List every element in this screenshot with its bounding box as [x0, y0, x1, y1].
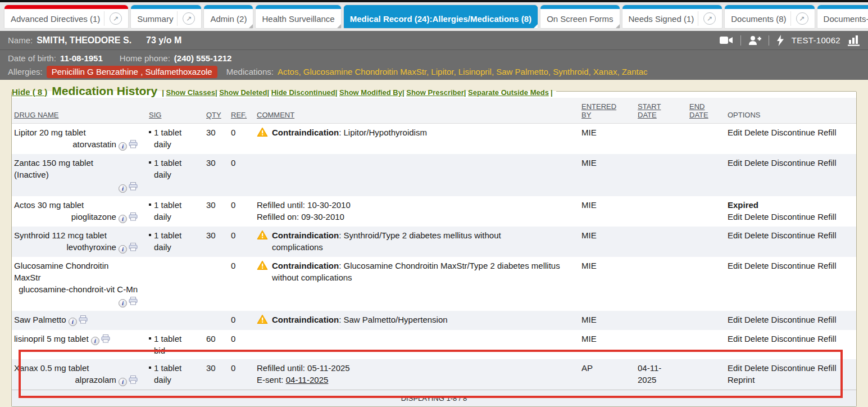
edit-link[interactable]: Edit [728, 230, 742, 240]
discontinue-link[interactable]: Discontinue [771, 334, 815, 343]
print-icon[interactable] [129, 296, 138, 308]
video-camera-icon[interactable] [720, 35, 733, 45]
info-icon[interactable] [91, 337, 99, 345]
tab-advanced-directives[interactable]: Advanced Directives (1) [4, 5, 128, 28]
medications-list[interactable]: Actos, Glucosamine Chondroitin MaxStr, L… [278, 67, 648, 76]
tab-color-strip [622, 5, 722, 9]
col-header-drug-name[interactable]: DRUG NAME [12, 98, 147, 124]
separate-outside-meds-link[interactable]: Separate Outside Meds [464, 88, 549, 97]
col-header-start-date[interactable]: START DATE [635, 98, 687, 124]
flowsheet-chart-icon[interactable] [848, 35, 860, 46]
drug-name: Glucosamine Chondroitin MaxStr [14, 260, 126, 283]
qty-value: 30 [204, 124, 229, 155]
patient-header: Name: SMITH, THEODORE S. 73 y/o M TEST-1… [0, 31, 868, 80]
delete-link[interactable]: Delete [744, 158, 769, 168]
print-icon[interactable] [129, 375, 138, 387]
ref-value: 0 [229, 359, 255, 390]
medication-table: DRUG NAME SIG QTY REF. COMMENT ENTERED B… [12, 98, 856, 406]
edit-link[interactable]: Edit [728, 363, 742, 373]
delete-link[interactable]: Delete [744, 261, 769, 270]
tab-health-surveillance[interactable]: Health Surveillance [256, 5, 340, 28]
col-header-qty[interactable]: QTY [204, 98, 229, 124]
discontinue-link[interactable]: Discontinue [771, 128, 815, 137]
delete-link[interactable]: Delete [744, 212, 769, 221]
edit-link[interactable]: Edit [728, 315, 742, 324]
tab-summary[interactable]: Summary [131, 5, 201, 28]
tab-color-strip [344, 5, 538, 9]
discontinue-link[interactable]: Discontinue [771, 212, 815, 221]
edit-link[interactable]: Edit [728, 261, 742, 270]
info-icon[interactable] [119, 184, 127, 193]
esent-label: E-sent: [257, 375, 284, 385]
hide-count-link[interactable]: Hide ( 8 ) [12, 87, 47, 97]
warning-label: Contraindication [272, 230, 339, 240]
show-classes-link[interactable]: Show Classes [162, 88, 215, 97]
col-header-entered-by[interactable]: ENTERED BY [579, 98, 635, 124]
discontinue-link[interactable]: Discontinue [771, 230, 815, 240]
discontinue-link[interactable]: Discontinue [771, 261, 815, 270]
refill-link[interactable]: Refill [817, 230, 836, 240]
edit-link[interactable]: Edit [728, 158, 742, 168]
refill-link[interactable]: Refill [817, 334, 836, 343]
print-icon[interactable] [101, 334, 110, 346]
allergies-badge[interactable]: Penicillin G Benzathine , Sulfamethoxazo… [47, 66, 217, 78]
col-header-comment[interactable]: COMMENT [255, 98, 579, 124]
delete-link[interactable]: Delete [744, 128, 769, 137]
external-link-icon[interactable] [110, 12, 122, 25]
col-header-end-date[interactable]: END DATE [687, 98, 725, 124]
info-icon[interactable] [119, 245, 127, 254]
refill-link[interactable]: Refill [817, 261, 836, 270]
tab-on-screen-forms[interactable]: On Screen Forms [540, 5, 619, 28]
delete-link[interactable]: Delete [744, 334, 769, 343]
info-icon[interactable] [119, 142, 127, 151]
generic-name: pioglitazone [71, 212, 116, 221]
info-icon[interactable] [119, 378, 127, 386]
tab-documents[interactable]: Documents (8) [725, 5, 814, 28]
esent-date-link[interactable]: 04-11-2025 [286, 375, 329, 385]
refill-link[interactable]: Refill [817, 212, 836, 221]
refill-link[interactable]: Refill [817, 158, 836, 168]
refill-link[interactable]: Refill [817, 363, 836, 373]
col-header-ref[interactable]: REF. [229, 98, 255, 124]
print-icon[interactable] [129, 242, 138, 254]
delete-link[interactable]: Delete [744, 315, 769, 324]
tab-medical-record-active[interactable]: Medical Record (24):Allergies/Medication… [344, 5, 538, 28]
show-prescriber-link[interactable]: Show Prescriber [402, 88, 464, 97]
reprint-link[interactable]: Reprint [728, 375, 755, 385]
generic-name: levothyroxine [66, 242, 116, 252]
print-icon[interactable] [79, 315, 88, 327]
show-modified-by-link[interactable]: Show Modified By [335, 88, 402, 97]
info-icon[interactable] [119, 299, 127, 307]
discontinue-link[interactable]: Discontinue [771, 158, 815, 168]
info-icon[interactable] [119, 215, 127, 223]
external-link-icon[interactable] [183, 12, 195, 25]
refill-link[interactable]: Refill [817, 315, 836, 324]
info-icon[interactable] [69, 318, 77, 326]
start-date: 04-11-2025 [638, 362, 670, 386]
discontinue-link[interactable]: Discontinue [771, 363, 815, 373]
show-deleted-link[interactable]: Show Deleted [215, 88, 267, 97]
add-person-icon[interactable] [748, 35, 761, 46]
external-link-icon[interactable] [703, 12, 716, 25]
lightning-bolt-icon[interactable] [776, 35, 784, 46]
tab-needs-signed[interactable]: Needs Signed (1) [622, 5, 722, 28]
refilled-on: Refilled on: 09-30-2010 [257, 211, 577, 223]
col-header-sig[interactable]: SIG [147, 98, 204, 124]
tab-admin[interactable]: Admin (2) [204, 5, 253, 28]
tab-documents-dv[interactable]: Documents-DV [817, 5, 868, 28]
discontinue-link[interactable]: Discontinue [771, 315, 815, 324]
external-link-icon[interactable] [796, 12, 808, 25]
hide-discontinued-link[interactable]: Hide Discontinued [267, 88, 335, 97]
allergies-label: Allergies: [8, 67, 43, 76]
delete-link[interactable]: Delete [744, 363, 769, 373]
print-icon[interactable] [129, 212, 138, 224]
delete-link[interactable]: Delete [744, 230, 769, 240]
generic-name: alprazolam [75, 375, 116, 385]
edit-link[interactable]: Edit [728, 334, 742, 343]
ref-value: 0 [229, 311, 255, 330]
refill-link[interactable]: Refill [817, 128, 836, 137]
edit-link[interactable]: Edit [728, 128, 742, 137]
edit-link[interactable]: Edit [728, 212, 742, 221]
print-icon[interactable] [129, 182, 138, 193]
print-icon[interactable] [129, 139, 138, 151]
